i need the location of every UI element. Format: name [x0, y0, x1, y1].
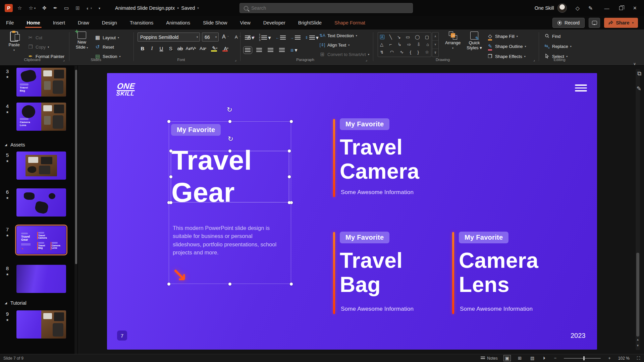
search-box[interactable] — [239, 3, 413, 13]
premium-diamond-icon[interactable]: ◇ — [576, 5, 580, 11]
selection-handle[interactable] — [167, 283, 170, 286]
clipboard-dialog-launcher[interactable]: ⌟ — [63, 58, 65, 62]
share-button[interactable]: Share ▾ — [604, 18, 638, 28]
selection-handle[interactable] — [228, 283, 231, 286]
card-caption[interactable]: Some Awesome Information — [341, 189, 414, 196]
font-size-input[interactable] — [202, 35, 215, 40]
selection-handle[interactable] — [228, 149, 231, 153]
paragraph-dialog-launcher[interactable]: ⌟ — [366, 58, 367, 62]
shapes-scroll-up[interactable]: ∧ — [432, 33, 438, 41]
font-dialog-launcher[interactable]: ⌟ — [235, 58, 236, 62]
tab-file[interactable]: File — [5, 17, 14, 28]
arc-shape-icon[interactable]: ◠ — [390, 50, 393, 55]
section-header-assets[interactable]: ◢ Assets — [5, 142, 25, 147]
editor-pen-icon[interactable]: ✎ — [588, 5, 593, 11]
slide-thumbnail-9[interactable] — [16, 310, 66, 339]
card-title[interactable]: CameraLens — [459, 249, 538, 297]
italic-button[interactable]: I — [148, 44, 156, 52]
triangle-shape-icon[interactable]: △ — [380, 42, 383, 47]
orange-arrow-icon[interactable]: ↘ — [171, 264, 187, 286]
font-size-combobox[interactable]: ▾ — [202, 33, 219, 42]
restore-button[interactable] — [619, 6, 623, 10]
reading-view-button[interactable]: ▤ — [529, 355, 536, 361]
strikethrough-button[interactable]: ab — [176, 44, 184, 52]
tab-brightslide[interactable]: BrightSlide — [298, 17, 322, 28]
zoom-slider-thumb[interactable] — [583, 356, 585, 360]
layout-button[interactable]: ▦Layout ▾ — [95, 34, 119, 42]
convert-smartart-button[interactable]: ⊞ Convert to SmartArt ▾ — [319, 50, 369, 58]
rotate-handle-icon[interactable]: ↻ — [227, 106, 232, 114]
card-title[interactable]: TravelCamera — [340, 135, 419, 183]
drawing-dialog-launcher[interactable]: ⌟ — [533, 58, 535, 62]
format-painter-icon[interactable]: ✒ — [53, 5, 58, 11]
notes-toggle[interactable]: Notes — [481, 356, 497, 361]
card-badge[interactable]: My Favorite — [340, 118, 389, 130]
elbow-connector-icon[interactable]: ⌐ — [389, 42, 392, 47]
curve-shape-icon[interactable]: ∿ — [400, 50, 404, 55]
tab-developer[interactable]: Developer — [263, 17, 286, 28]
comments-button[interactable] — [589, 18, 600, 28]
align-text-button[interactable]: [⇕] Align Text ▾ — [319, 41, 350, 49]
zoom-in-button[interactable]: + — [607, 355, 612, 361]
slide-indicator[interactable]: Slide 7 of 9 — [0, 356, 23, 361]
text-direction-button[interactable]: ⇅A Text Direction ▾ — [319, 32, 357, 40]
panel-scrollbar[interactable] — [74, 66, 77, 354]
panel-scrollbar-thumb[interactable] — [75, 70, 77, 264]
shape-outline-button[interactable]: ✎ Shape Outline ▾ — [487, 42, 526, 50]
star-shape-icon[interactable]: ☆ — [425, 50, 429, 55]
columns-button[interactable]: ▥▾ — [290, 47, 297, 53]
document-title-area[interactable]: Animated Slide Design.pptx • Saved ▾ — [115, 0, 199, 16]
card-caption[interactable]: Some Awesome Information — [460, 306, 533, 312]
hero-badge[interactable]: My Favorite — [171, 124, 221, 136]
slide-sorter-view-button[interactable]: ⊞ — [517, 355, 523, 361]
text-box-shape-icon[interactable]: A — [380, 35, 384, 39]
tab-home[interactable]: Home — [26, 17, 41, 28]
shape-effects-button[interactable]: ❒ Shape Effects ▾ — [487, 52, 526, 60]
selection-handle[interactable] — [169, 201, 172, 204]
find-button[interactable]: Find — [544, 32, 560, 40]
line-shape-icon[interactable]: ╲ — [389, 35, 392, 40]
justify-button[interactable] — [279, 48, 285, 52]
slideshow-view-button[interactable]: ⏵ — [542, 355, 547, 361]
tab-design[interactable]: Design — [101, 17, 118, 28]
zoom-level[interactable]: 102 % — [618, 356, 630, 361]
rounded-rectangle-shape-icon[interactable]: ▢ — [425, 35, 429, 40]
customize-qat-icon[interactable]: ▾ — [99, 6, 100, 10]
selection-handle[interactable] — [288, 201, 291, 204]
corner-shape-icon[interactable]: ⌂ — [426, 42, 429, 47]
minimize-button[interactable]: — — [604, 5, 609, 11]
reset-button[interactable]: ↺Reset — [95, 43, 114, 51]
shapes-gallery[interactable]: A ╲ ↘ ▭ ◯ ▢ △ ⌐ ↳ ⇨ ⇩ ⌂ ↯ ◠ ∿ { } ☆ — [378, 32, 431, 57]
tab-slide-show[interactable]: Slide Show — [202, 17, 228, 28]
selection-pane-icon[interactable]: ⧉ — [637, 70, 641, 77]
favorites-icon[interactable]: ☆▾ — [29, 5, 35, 11]
card-accent-line[interactable] — [452, 232, 454, 314]
zoom-slider[interactable] — [564, 358, 601, 359]
slide-size-icon[interactable]: ▭ — [64, 5, 69, 11]
align-center-button[interactable] — [256, 48, 262, 52]
selection-handle[interactable] — [290, 120, 293, 123]
autosave-icon[interactable]: ☆ — [17, 5, 22, 11]
line-spacing-button[interactable]: ⇕▾ — [305, 35, 319, 41]
slide-thumbnail-7-selected[interactable]: TravelGear ↘ TravelCamera TravelBag Came… — [16, 226, 66, 254]
selection-handle[interactable] — [228, 120, 231, 123]
character-spacing-button[interactable]: A⇄V▾ — [185, 44, 197, 52]
record-button[interactable]: Record — [552, 18, 585, 28]
slide-thumbnail-3[interactable]: TravelBag — [16, 68, 66, 97]
cut-button[interactable]: ✂Cut — [28, 34, 42, 42]
shape-fill-qat-icon[interactable]: ◐▾ — [87, 5, 92, 11]
selection-handle[interactable] — [167, 120, 170, 123]
hamburger-menu-icon[interactable] — [575, 84, 587, 92]
slide-thumbnail-4[interactable]: CameraLens — [16, 103, 66, 131]
slide-editor[interactable]: ONE SKILL My Favorite TravelGear This mo… — [107, 73, 597, 350]
rectangle-shape-icon[interactable]: ▭ — [406, 35, 410, 40]
slide-thumbnail-6[interactable] — [16, 188, 66, 217]
selection-handle[interactable] — [288, 175, 291, 178]
format-pane-icon[interactable]: ✎ — [637, 85, 641, 92]
avatar[interactable] — [557, 3, 567, 13]
decrease-font-size-button[interactable]: Aˇ — [235, 33, 240, 41]
shapes-scroll-down[interactable]: ∨ — [432, 41, 438, 49]
next-slide-button[interactable]: ▼ — [636, 344, 640, 347]
paste-button[interactable]: Paste ▾ — [5, 32, 23, 52]
new-slide-button[interactable]: NewSlide ▾ — [72, 32, 91, 50]
